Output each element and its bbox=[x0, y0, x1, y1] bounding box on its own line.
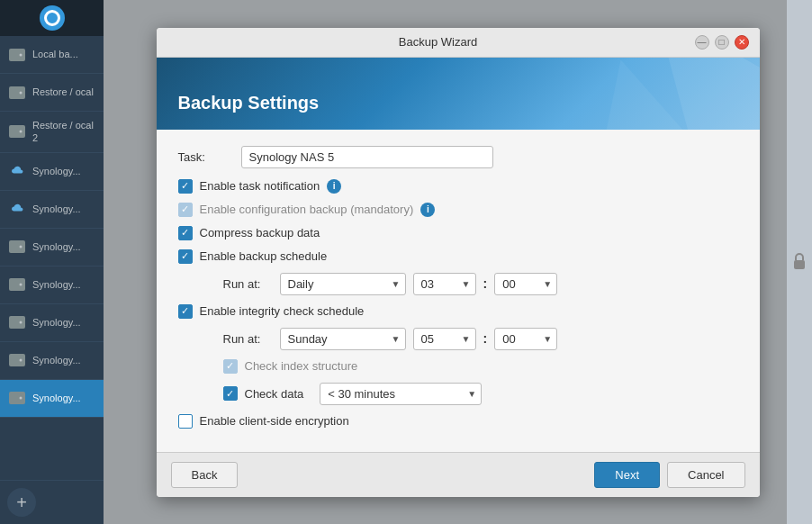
backup-minute-select[interactable]: 00 bbox=[494, 273, 557, 295]
check-data-label: Check data bbox=[245, 387, 304, 401]
time-separator: : bbox=[483, 276, 488, 291]
svg-point-13 bbox=[20, 359, 23, 362]
svg-point-7 bbox=[20, 246, 23, 248]
sidebar-item-label: Synology... bbox=[32, 203, 81, 215]
check-data-row: ✓ Check data < 30 minutes < 1 hour < 2 h… bbox=[178, 383, 738, 405]
enable-backup-schedule-checkbox[interactable]: ✓ bbox=[178, 249, 193, 264]
sidebar-item-synology-2[interactable]: Synology... bbox=[0, 191, 104, 229]
sidebar-item-restore-1[interactable]: Restore / ocal bbox=[0, 74, 104, 112]
main-content: Backup Wizard — □ ✕ Backup Settings Task… bbox=[104, 0, 812, 524]
backup-minute-wrap: 00 ▼ bbox=[494, 273, 557, 295]
right-panel bbox=[787, 0, 812, 524]
integrity-schedule-row: Run at: Sunday Monday Tuesday Wednesday … bbox=[178, 328, 738, 350]
hdd-icon bbox=[9, 125, 25, 138]
compress-backup-row: ✓ Compress backup data bbox=[178, 226, 738, 240]
dialog-overlay: Backup Wizard — □ ✕ Backup Settings Task… bbox=[104, 0, 812, 524]
hdd-icon bbox=[9, 392, 25, 404]
sidebar-item-label: Restore / ocal bbox=[32, 86, 94, 98]
minimize-button[interactable]: — bbox=[695, 35, 709, 50]
back-button[interactable]: Back bbox=[171, 462, 239, 488]
sidebar-item-label: Synology... bbox=[32, 165, 81, 177]
hdd-icon bbox=[9, 240, 25, 253]
task-notification-info-icon[interactable]: i bbox=[327, 179, 341, 194]
backup-frequency-wrap: Daily Weekly Monthly ▼ bbox=[280, 273, 406, 295]
sidebar-item-label: Synology... bbox=[32, 316, 81, 329]
sidebar-item-label: Restore / ocal 2 bbox=[32, 119, 95, 145]
enable-config-backup-label: Enable configuration backup (mandatory) bbox=[200, 203, 414, 216]
enable-integrity-check-row: ✓ Enable integrity check schedule bbox=[178, 304, 738, 319]
integrity-day-select[interactable]: Sunday Monday Tuesday Wednesday Thursday… bbox=[280, 328, 406, 350]
svg-rect-16 bbox=[794, 260, 805, 269]
enable-config-backup-checkbox[interactable]: ✓ bbox=[178, 203, 193, 217]
sidebar-item-restore-2[interactable]: Restore / ocal 2 bbox=[0, 112, 104, 153]
dialog-title: Backup Wizard bbox=[182, 35, 695, 49]
cloud-icon bbox=[9, 203, 25, 215]
enable-encryption-checkbox[interactable] bbox=[178, 414, 193, 429]
backup-hour-select[interactable]: 03 bbox=[413, 273, 476, 295]
enable-backup-schedule-row: ✓ Enable backup schedule bbox=[178, 249, 738, 264]
hdd-icon bbox=[9, 316, 25, 329]
app-logo bbox=[40, 5, 65, 31]
enable-backup-schedule-label: Enable backup schedule bbox=[200, 249, 328, 263]
sidebar-item-synology-5[interactable]: Synology... bbox=[0, 304, 104, 342]
enable-task-notification-checkbox[interactable]: ✓ bbox=[178, 179, 193, 194]
dialog-banner-title: Backup Settings bbox=[178, 93, 320, 113]
check-index-structure-row: ✓ Check index structure bbox=[178, 359, 738, 374]
close-button[interactable]: ✕ bbox=[735, 35, 749, 50]
enable-integrity-check-label: Enable integrity check schedule bbox=[200, 304, 365, 318]
enable-integrity-check-checkbox[interactable]: ✓ bbox=[178, 304, 193, 319]
lock-icon bbox=[790, 251, 808, 273]
svg-point-11 bbox=[20, 321, 23, 324]
sidebar-item-label: Synology... bbox=[32, 392, 81, 404]
dialog-body: Task: ✓ Enable task notification i ✓ bbox=[157, 130, 760, 452]
check-index-structure-checkbox[interactable]: ✓ bbox=[223, 359, 238, 374]
backup-run-at-label: Run at: bbox=[223, 277, 273, 291]
hdd-icon bbox=[9, 86, 25, 99]
maximize-button[interactable]: □ bbox=[715, 35, 729, 50]
svg-point-1 bbox=[20, 53, 23, 56]
add-task-button[interactable]: + bbox=[7, 488, 36, 517]
dialog-window-controls: — □ ✕ bbox=[695, 35, 749, 50]
compress-backup-checkbox[interactable]: ✓ bbox=[178, 226, 193, 240]
sidebar-item-synology-1[interactable]: Synology... bbox=[0, 153, 104, 191]
enable-task-notification-label: Enable task notification bbox=[200, 179, 320, 193]
integrity-day-wrap: Sunday Monday Tuesday Wednesday Thursday… bbox=[280, 328, 406, 350]
integrity-minute-wrap: 00 ▼ bbox=[494, 328, 557, 350]
cancel-button[interactable]: Cancel bbox=[667, 462, 744, 488]
integrity-minute-select[interactable]: 00 bbox=[494, 328, 557, 350]
check-data-duration-wrap: < 30 minutes < 1 hour < 2 hours No limit… bbox=[320, 383, 482, 405]
sidebar-item-label: Local ba... bbox=[32, 48, 78, 60]
dialog-titlebar: Backup Wizard — □ ✕ bbox=[157, 28, 760, 58]
enable-task-notification-row: ✓ Enable task notification i bbox=[178, 179, 738, 194]
task-label: Task: bbox=[178, 150, 232, 164]
svg-point-3 bbox=[20, 91, 23, 94]
sidebar-item-synology-6[interactable]: Synology... bbox=[0, 342, 104, 380]
sidebar-item-synology-7[interactable]: Synology... bbox=[0, 380, 104, 418]
sidebar-footer: + bbox=[0, 480, 104, 524]
sidebar-item-label: Synology... bbox=[32, 240, 81, 253]
check-data-duration-select[interactable]: < 30 minutes < 1 hour < 2 hours No limit bbox=[320, 383, 482, 405]
config-backup-info-icon[interactable]: i bbox=[420, 203, 435, 217]
check-data-checkbox[interactable]: ✓ bbox=[223, 386, 238, 401]
integrity-time-separator: : bbox=[483, 331, 488, 346]
sidebar-header bbox=[0, 0, 104, 36]
integrity-hour-wrap: 05 ▼ bbox=[413, 328, 476, 350]
sidebar-item-synology-4[interactable]: Synology... bbox=[0, 267, 104, 304]
backup-schedule-row: Run at: Daily Weekly Monthly ▼ 03 ▼ bbox=[178, 273, 738, 295]
integrity-hour-select[interactable]: 05 bbox=[413, 328, 476, 350]
backup-wizard-dialog: Backup Wizard — □ ✕ Backup Settings Task… bbox=[157, 28, 760, 497]
enable-config-backup-row: ✓ Enable configuration backup (mandatory… bbox=[178, 203, 738, 217]
svg-point-15 bbox=[20, 397, 23, 400]
hdd-icon bbox=[9, 354, 25, 366]
dialog-footer: Back Next Cancel bbox=[157, 452, 760, 497]
sidebar: Local ba... Restore / ocal Restore / oca… bbox=[0, 0, 104, 524]
hdd-icon bbox=[9, 278, 25, 291]
integrity-run-at-label: Run at: bbox=[223, 332, 273, 346]
task-input[interactable] bbox=[241, 146, 493, 168]
sidebar-item-local-backup-1[interactable]: Local ba... bbox=[0, 36, 104, 74]
sidebar-item-synology-3[interactable]: Synology... bbox=[0, 229, 104, 267]
backup-frequency-select[interactable]: Daily Weekly Monthly bbox=[280, 273, 406, 295]
dialog-banner: Backup Settings bbox=[157, 58, 760, 130]
enable-encryption-row: Enable client-side encryption bbox=[178, 414, 738, 429]
next-button[interactable]: Next bbox=[594, 462, 660, 488]
